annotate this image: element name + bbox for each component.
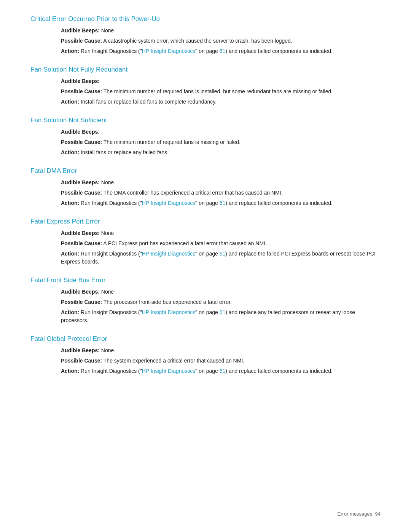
action-link[interactable]: HP Insight Diagnostics <box>142 309 196 315</box>
footer-page: 94 <box>375 511 381 517</box>
action-page-ref: " on page <box>195 309 219 315</box>
cause-row-fatal-global-protocol: Possible Cause: The system experienced a… <box>61 357 381 365</box>
section-fatal-express-port: Fatal Express Port ErrorAudible Beeps: N… <box>30 218 381 266</box>
action-link[interactable]: HP Insight Diagnostics <box>142 251 196 257</box>
action-label: Action: <box>61 149 79 155</box>
beeps-row-fatal-dma: Audible Beeps: None <box>61 179 381 187</box>
cause-row-fatal-express-port: Possible Cause: A PCI Express port has e… <box>61 240 381 248</box>
section-fatal-front-side: Fatal Front Side Bus ErrorAudible Beeps:… <box>30 276 381 324</box>
action-before-link: Run Insight Diagnostics (" <box>79 48 142 54</box>
section-title-fatal-front-side: Fatal Front Side Bus Error <box>30 276 381 284</box>
section-fatal-dma: Fatal DMA ErrorAudible Beeps: NonePossib… <box>30 167 381 207</box>
action-link[interactable]: HP Insight Diagnostics <box>142 48 196 54</box>
cause-label: Possible Cause: <box>61 139 102 145</box>
action-after-link: ) and replace failed components as indic… <box>225 200 333 206</box>
beeps-value: None <box>100 27 114 34</box>
action-row-fan-not-redundant: Action: Install fans or replace failed f… <box>61 98 381 106</box>
section-title-fatal-global-protocol: Fatal Global Protocol Error <box>30 335 381 343</box>
beeps-value: None <box>100 179 114 185</box>
action-row-fatal-dma: Action: Run Insight Diagnostics ("HP Ins… <box>61 199 381 207</box>
section-title-critical-error: Critical Error Occurred Prior to this Po… <box>30 15 381 23</box>
cause-label: Possible Cause: <box>61 299 102 305</box>
section-title-fan-not-redundant: Fan Solution Not Fully Redundant <box>30 66 381 73</box>
section-title-fatal-express-port: Fatal Express Port Error <box>30 218 381 225</box>
action-page-link[interactable]: 61 <box>220 251 226 257</box>
cause-value: The system experienced a critical error … <box>102 358 244 364</box>
action-before-link: Run Insight Diagnostics (" <box>79 368 142 374</box>
cause-value: A PCI Express port has experienced a fat… <box>102 240 267 246</box>
action-label: Action: <box>61 309 79 315</box>
beeps-row-fatal-global-protocol: Audible Beeps: None <box>61 347 381 355</box>
cause-value: The DMA controller has experienced a cri… <box>102 190 282 196</box>
cause-label: Possible Cause: <box>61 38 102 44</box>
action-row-critical-error: Action: Run Insight Diagnostics ("HP Ins… <box>61 47 381 55</box>
action-before-link: Run Insight Diagnostics (" <box>79 200 142 206</box>
cause-label: Possible Cause: <box>61 190 102 196</box>
cause-value: A catastrophic system error, which cause… <box>102 38 292 44</box>
action-value: Install fans or replace any failed fans. <box>79 149 169 155</box>
beeps-value: None <box>100 289 114 295</box>
section-fatal-global-protocol: Fatal Global Protocol ErrorAudible Beeps… <box>30 335 381 375</box>
section-title-fan-not-sufficient: Fan Solution Not Sufficient <box>30 117 381 124</box>
action-row-fan-not-sufficient: Action: Install fans or replace any fail… <box>61 149 381 157</box>
action-after-link: ) and replace failed components as indic… <box>225 368 333 374</box>
beeps-row-fan-not-redundant: Audible Beeps: <box>61 77 381 85</box>
action-page-ref: " on page <box>195 200 219 206</box>
cause-value: The minimum number of required fans is i… <box>102 88 333 94</box>
action-row-fatal-express-port: Action: Run Insight Diagnostics ("HP Ins… <box>61 250 381 266</box>
action-label: Action: <box>61 251 79 257</box>
cause-row-fatal-front-side: Possible Cause: The processor front-side… <box>61 298 381 306</box>
beeps-row-fan-not-sufficient: Audible Beeps: <box>61 128 381 136</box>
action-page-ref: " on page <box>195 251 219 257</box>
cause-row-critical-error: Possible Cause: A catastrophic system er… <box>61 37 381 45</box>
action-before-link: Run Insight Diagnostics (" <box>79 251 142 257</box>
action-page-ref: " on page <box>195 48 219 54</box>
action-page-ref: " on page <box>195 368 219 374</box>
beeps-label: Audible Beeps: <box>61 179 100 185</box>
section-title-fatal-dma: Fatal DMA Error <box>30 167 381 175</box>
cause-label: Possible Cause: <box>61 358 102 364</box>
cause-value: The minimum number of required fans is m… <box>102 139 241 145</box>
beeps-value: None <box>100 347 114 353</box>
beeps-row-fatal-front-side: Audible Beeps: None <box>61 288 381 296</box>
beeps-row-critical-error: Audible Beeps: None <box>61 27 381 35</box>
action-before-link: Run Insight Diagnostics (" <box>79 309 142 315</box>
action-page-link[interactable]: 61 <box>220 309 226 315</box>
footer-label: Error messages <box>338 511 373 517</box>
cause-row-fan-not-redundant: Possible Cause: The minimum number of re… <box>61 88 381 96</box>
cause-label: Possible Cause: <box>61 240 102 246</box>
action-page-link[interactable]: 61 <box>220 48 226 54</box>
action-row-fatal-front-side: Action: Run Insight Diagnostics ("HP Ins… <box>61 308 381 324</box>
beeps-label: Audible Beeps: <box>61 289 100 295</box>
action-label: Action: <box>61 200 79 206</box>
action-link[interactable]: HP Insight Diagnostics <box>142 368 196 374</box>
action-after-link: ) and replace failed components as indic… <box>225 48 333 54</box>
section-fan-not-sufficient: Fan Solution Not SufficientAudible Beeps… <box>30 117 381 157</box>
section-critical-error: Critical Error Occurred Prior to this Po… <box>30 15 381 55</box>
action-label: Action: <box>61 368 79 374</box>
beeps-row-fatal-express-port: Audible Beeps: None <box>61 229 381 237</box>
beeps-value: None <box>100 230 114 236</box>
beeps-label: Audible Beeps: <box>61 78 100 84</box>
cause-row-fatal-dma: Possible Cause: The DMA controller has e… <box>61 189 381 197</box>
action-page-link[interactable]: 61 <box>220 200 226 206</box>
cause-row-fan-not-sufficient: Possible Cause: The minimum number of re… <box>61 138 381 146</box>
beeps-label: Audible Beeps: <box>61 129 100 135</box>
footer: Error messages 94 <box>338 511 381 517</box>
action-label: Action: <box>61 48 79 54</box>
action-value: Install fans or replace failed fans to c… <box>79 99 217 105</box>
cause-label: Possible Cause: <box>61 88 102 94</box>
action-label: Action: <box>61 99 79 105</box>
section-fan-not-redundant: Fan Solution Not Fully RedundantAudible … <box>30 66 381 106</box>
beeps-label: Audible Beeps: <box>61 347 100 353</box>
action-link[interactable]: HP Insight Diagnostics <box>142 200 196 206</box>
beeps-label: Audible Beeps: <box>61 27 100 34</box>
cause-value: The processor front-side bus experienced… <box>102 299 232 305</box>
beeps-label: Audible Beeps: <box>61 230 100 236</box>
action-page-link[interactable]: 61 <box>220 368 226 374</box>
action-row-fatal-global-protocol: Action: Run Insight Diagnostics ("HP Ins… <box>61 367 381 375</box>
